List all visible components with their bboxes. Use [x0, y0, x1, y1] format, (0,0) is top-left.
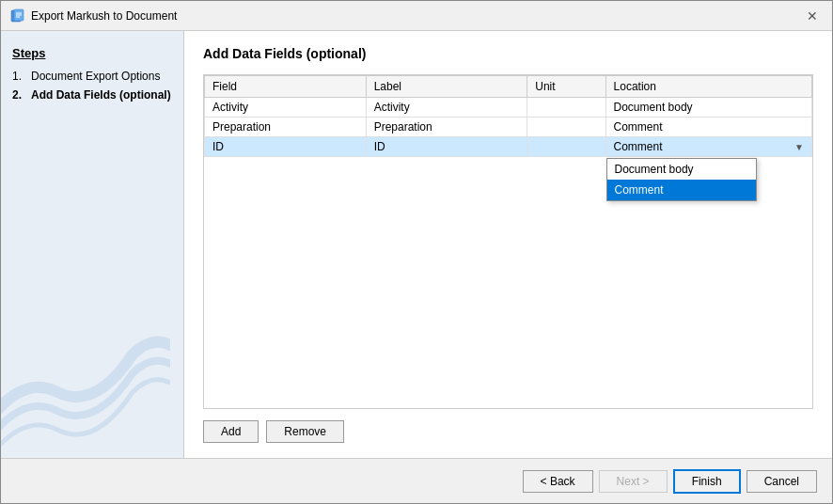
- table-row[interactable]: Activity Activity Document body: [205, 98, 812, 118]
- row2-unit: [527, 118, 605, 137]
- step-1-label: Document Export Options: [31, 70, 160, 83]
- steps-list: 1. Document Export Options 2. Add Data F…: [12, 70, 172, 102]
- step-2-number: 2.: [12, 88, 27, 102]
- row3-field: ID: [205, 137, 367, 157]
- cancel-button[interactable]: Cancel: [747, 470, 817, 493]
- watermark: [1, 317, 170, 458]
- title-bar: Export Markush to Document ✕: [1, 1, 832, 31]
- row1-location: Document body: [605, 98, 811, 118]
- title-bar-left: Export Markush to Document: [10, 8, 177, 24]
- row3-label: ID: [366, 137, 527, 157]
- next-button: Next >: [599, 470, 668, 493]
- row2-label: Preparation: [366, 118, 527, 137]
- back-button[interactable]: < Back: [523, 470, 593, 493]
- app-icon: [10, 8, 25, 24]
- row3-unit: [527, 137, 605, 157]
- table-row[interactable]: Preparation Preparation Comment: [205, 118, 812, 137]
- dropdown-option-document-body[interactable]: Document body: [607, 159, 756, 180]
- dialog: Export Markush to Document ✕ Steps 1. Do…: [0, 0, 833, 504]
- close-button[interactable]: ✕: [802, 6, 823, 26]
- step-2-label: Add Data Fields (optional): [31, 88, 171, 102]
- sidebar: Steps 1. Document Export Options 2. Add …: [1, 31, 184, 458]
- table-header-row: Field Label Unit Location: [205, 76, 812, 98]
- chevron-down-icon: ▼: [794, 142, 804, 152]
- col-field: Field: [205, 76, 367, 98]
- add-button[interactable]: Add: [203, 420, 259, 443]
- data-table: Field Label Unit Location Activity Activ…: [204, 75, 812, 157]
- row1-label: Activity: [366, 98, 527, 118]
- location-dropdown[interactable]: Comment ▼: [606, 137, 811, 156]
- step-1-number: 1.: [12, 70, 27, 83]
- steps-heading: Steps: [12, 46, 172, 60]
- row2-field: Preparation: [205, 118, 367, 137]
- remove-button[interactable]: Remove: [266, 420, 344, 443]
- row1-field: Activity: [205, 98, 367, 118]
- dropdown-popup: Document body Comment: [606, 158, 757, 201]
- table-row-selected[interactable]: ID ID Comment ▼ Document body: [205, 137, 812, 157]
- dropdown-option-comment[interactable]: Comment: [607, 180, 756, 200]
- finish-button[interactable]: Finish: [673, 469, 741, 494]
- footer: < Back Next > Finish Cancel: [1, 458, 832, 503]
- step-2: 2. Add Data Fields (optional): [12, 88, 172, 102]
- table-buttons: Add Remove: [203, 420, 813, 443]
- col-location: Location: [605, 76, 811, 98]
- dropdown-selected-value: Comment: [614, 140, 663, 153]
- table-container: Field Label Unit Location Activity Activ…: [203, 74, 813, 409]
- row1-unit: [527, 98, 605, 118]
- step-1: 1. Document Export Options: [12, 70, 172, 83]
- dialog-title: Export Markush to Document: [31, 9, 177, 23]
- row2-location: Comment: [605, 118, 811, 137]
- main-panel: Add Data Fields (optional) Field Label U…: [184, 31, 832, 458]
- row3-location-cell[interactable]: Comment ▼ Document body Comment: [605, 137, 811, 157]
- panel-heading: Add Data Fields (optional): [203, 46, 813, 61]
- dialog-body: Steps 1. Document Export Options 2. Add …: [1, 31, 832, 458]
- col-unit: Unit: [527, 76, 605, 98]
- col-label: Label: [366, 76, 527, 98]
